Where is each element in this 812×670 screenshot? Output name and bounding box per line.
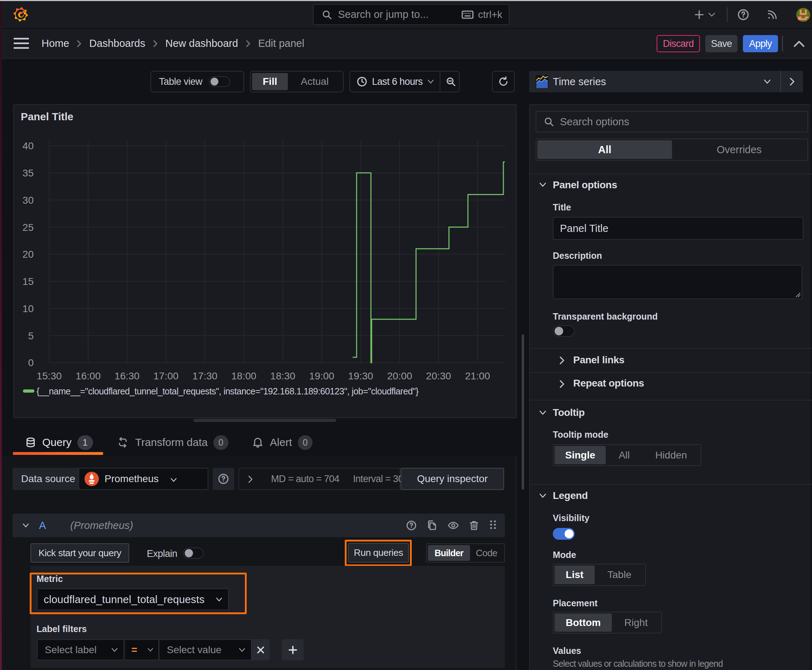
svg-text:10: 10: [22, 303, 34, 314]
svg-text:20: 20: [22, 249, 34, 260]
svg-text:Panel Title: Panel Title: [21, 111, 73, 122]
svg-text:19:00: 19:00: [309, 371, 334, 382]
svg-text:25: 25: [22, 222, 34, 233]
svg-text:30: 30: [22, 195, 34, 206]
svg-text:5: 5: [28, 330, 34, 342]
svg-text:20:00: 20:00: [387, 371, 412, 382]
svg-text:40: 40: [22, 140, 34, 151]
svg-text:21:00: 21:00: [465, 371, 490, 382]
svg-text:18:00: 18:00: [231, 371, 256, 382]
svg-text:17:00: 17:00: [154, 371, 179, 382]
svg-text:15:30: 15:30: [37, 371, 61, 382]
svg-text:35: 35: [22, 168, 34, 179]
svg-text:19:30: 19:30: [348, 371, 373, 382]
svg-text:16:00: 16:00: [76, 371, 101, 382]
svg-text:15: 15: [22, 276, 34, 287]
svg-text:18:30: 18:30: [270, 371, 295, 382]
svg-text:20:30: 20:30: [426, 371, 451, 382]
svg-text:0: 0: [28, 357, 34, 368]
svg-text:16:30: 16:30: [115, 371, 140, 382]
svg-text:17:30: 17:30: [192, 371, 217, 382]
svg-text:{__name__="cloudflared_tunnel_: {__name__="cloudflared_tunnel_total_requ…: [37, 386, 419, 396]
